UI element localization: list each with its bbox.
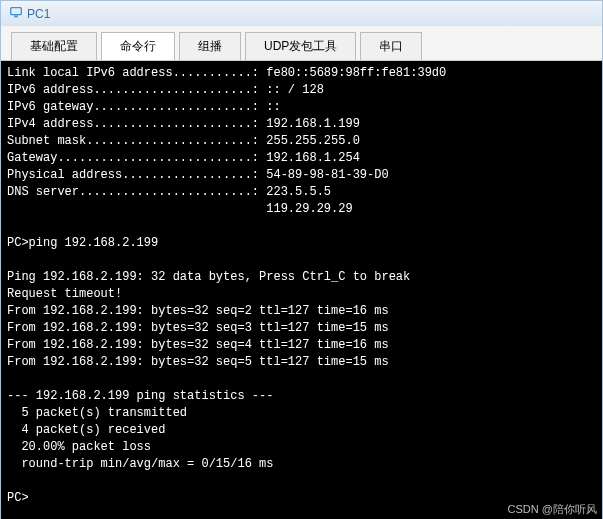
terminal-line: From 192.168.2.199: bytes=32 seq=5 ttl=1… (7, 355, 389, 369)
terminal-line: Request timeout! (7, 287, 122, 301)
svg-rect-0 (11, 8, 22, 15)
terminal-line: --- 192.168.2.199 ping statistics --- (7, 389, 273, 403)
terminal-line: PC>ping 192.168.2.199 (7, 236, 158, 250)
tab-serial[interactable]: 串口 (360, 32, 422, 60)
terminal-line: IPv6 address......................: :: /… (7, 83, 324, 97)
device-icon (9, 5, 23, 22)
terminal-line: PC> (7, 491, 29, 505)
terminal-line: From 192.168.2.199: bytes=32 seq=3 ttl=1… (7, 321, 389, 335)
terminal-line: Subnet mask.......................: 255.… (7, 134, 360, 148)
window-title: PC1 (27, 7, 50, 21)
tab-bar: 基础配置 命令行 组播 UDP发包工具 串口 (1, 26, 602, 61)
terminal-line: IPv6 gateway......................: :: (7, 100, 281, 114)
tab-cli[interactable]: 命令行 (101, 32, 175, 60)
tab-udp-tool[interactable]: UDP发包工具 (245, 32, 356, 60)
terminal-line: Physical address..................: 54-8… (7, 168, 389, 182)
terminal-line: IPv4 address......................: 192.… (7, 117, 360, 131)
app-window: PC1 基础配置 命令行 组播 UDP发包工具 串口 Link local IP… (0, 0, 603, 519)
terminal-line: round-trip min/avg/max = 0/15/16 ms (7, 457, 273, 471)
terminal-line: 20.00% packet loss (7, 440, 151, 454)
tab-multicast[interactable]: 组播 (179, 32, 241, 60)
svg-rect-1 (14, 16, 18, 18)
terminal-line: 119.29.29.29 (7, 202, 353, 216)
terminal-line: DNS server........................: 223.… (7, 185, 331, 199)
terminal-output[interactable]: Link local IPv6 address...........: fe80… (1, 61, 602, 519)
terminal-line: From 192.168.2.199: bytes=32 seq=4 ttl=1… (7, 338, 389, 352)
terminal-line: 4 packet(s) received (7, 423, 165, 437)
terminal-line: 5 packet(s) transmitted (7, 406, 187, 420)
tab-basic-config[interactable]: 基础配置 (11, 32, 97, 60)
terminal-line: From 192.168.2.199: bytes=32 seq=2 ttl=1… (7, 304, 389, 318)
terminal-line: Link local IPv6 address...........: fe80… (7, 66, 446, 80)
titlebar[interactable]: PC1 (1, 1, 602, 26)
terminal-line: Ping 192.168.2.199: 32 data bytes, Press… (7, 270, 410, 284)
terminal-line: Gateway...........................: 192.… (7, 151, 360, 165)
